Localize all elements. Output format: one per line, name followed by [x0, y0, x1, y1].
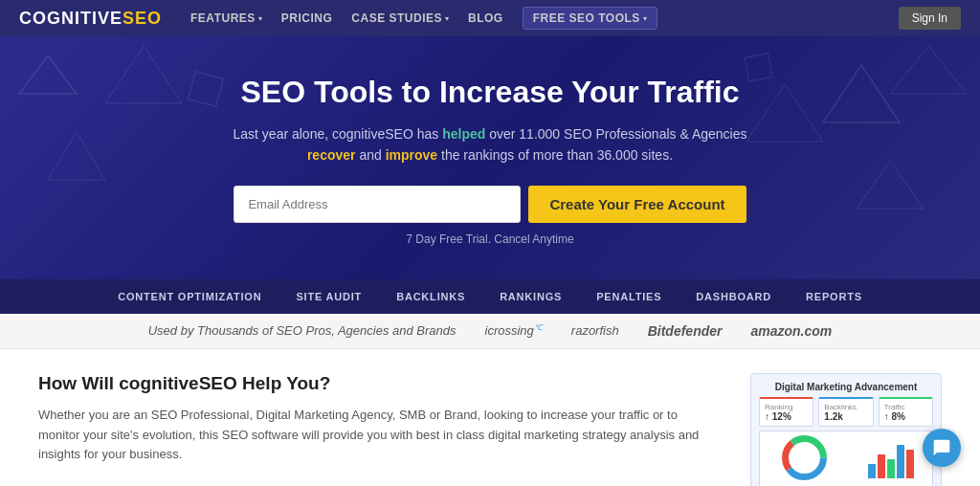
- dashboard-preview-title: Digital Marketing Advancement: [759, 382, 933, 392]
- used-by-text: Used by Thousands of SEO Pros, Agencies …: [148, 323, 457, 338]
- traffic-chart: Started using cognitiveSEO ↓ Traffic is …: [38, 479, 722, 486]
- feature-nav-penalties[interactable]: PENALTIES: [579, 279, 679, 314]
- dashboard-metric-1: Backlinks 1.2k: [818, 397, 873, 427]
- brand-bitdefender: Bitdefender: [648, 323, 723, 339]
- nav-free-tools-link[interactable]: FREE SEO TOOLS: [533, 11, 640, 25]
- hero-headline: SEO Tools to Increase Your Traffic: [19, 75, 961, 110]
- brand-amazon: amazon.com: [750, 323, 832, 339]
- nav-pricing-link[interactable]: PRICING: [281, 11, 333, 25]
- brand-logo[interactable]: COGNITIVESEO: [19, 9, 162, 29]
- nav-features[interactable]: FEATURES ▾: [190, 11, 262, 25]
- navbar-links: FEATURES ▾ PRICING CASE STUDIES ▾ BLOG F…: [190, 7, 899, 30]
- main-left: How Will cognitiveSEO Help You? Whether …: [38, 373, 722, 486]
- feature-nav: CONTENT OPTIMIZATION SITE AUDIT BACKLINK…: [0, 279, 980, 314]
- feature-nav-reports[interactable]: REPORTS: [789, 279, 880, 314]
- dashboard-bar-chart: [868, 440, 914, 478]
- signin-button[interactable]: Sign In: [899, 7, 961, 30]
- dashboard-preview: Digital Marketing Advancement Ranking ↑ …: [750, 373, 942, 486]
- brand-icrossing: icrossing℃: [485, 323, 543, 338]
- dashboard-metrics-row: Ranking ↑ 12% Backlinks 1.2k Traffic ↑ 8…: [759, 397, 933, 427]
- brand-seo: SEO: [122, 9, 162, 28]
- nav-case-studies-link[interactable]: CASE STUDIES: [351, 11, 442, 25]
- brand-cognitive: COGNITIVE: [19, 9, 122, 28]
- feature-nav-dashboard[interactable]: DASHBOARD: [679, 279, 789, 314]
- brands-bar: Used by Thousands of SEO Pros, Agencies …: [0, 314, 980, 349]
- chevron-down-icon: ▾: [258, 14, 262, 23]
- feature-nav-site-audit[interactable]: SITE AUDIT: [278, 279, 379, 314]
- hero-highlight-helped: helped: [442, 126, 485, 142]
- hero-form: Create Your Free Account: [19, 186, 961, 223]
- cta-button[interactable]: Create Your Free Account: [528, 186, 746, 223]
- nav-case-studies[interactable]: CASE STUDIES ▾: [351, 11, 449, 25]
- email-input[interactable]: [234, 186, 521, 223]
- hero-highlight-improve: improve: [386, 147, 437, 163]
- navbar: COGNITIVESEO FEATURES ▾ PRICING CASE STU…: [0, 0, 980, 36]
- main-body: Whether you are an SEO Professional, Dig…: [38, 406, 722, 465]
- nav-free-tools[interactable]: FREE SEO TOOLS ▾: [523, 7, 657, 30]
- trial-text: 7 Day Free Trial. Cancel Anytime: [19, 232, 961, 246]
- feature-nav-backlinks[interactable]: BACKLINKS: [379, 279, 482, 314]
- dashboard-chart: [759, 431, 933, 486]
- nav-features-link[interactable]: FEATURES: [190, 11, 256, 25]
- chat-icon: [932, 438, 951, 457]
- hero-subtitle: Last year alone, cognitiveSEO has helped…: [19, 123, 961, 166]
- dashboard-metric-2: Traffic ↑ 8%: [879, 397, 933, 427]
- hero-highlight-recover: recover: [307, 147, 356, 163]
- chevron-down-icon: ▾: [445, 14, 449, 23]
- main-content: How Will cognitiveSEO Help You? Whether …: [0, 349, 980, 486]
- brand-razorfish: razorfish: [571, 323, 619, 338]
- chat-button[interactable]: [923, 429, 961, 467]
- dashboard-circle-chart: [778, 431, 831, 486]
- nav-blog-link[interactable]: BLOG: [468, 11, 503, 25]
- feature-nav-rankings[interactable]: RANKINGS: [482, 279, 579, 314]
- dashboard-metric-0: Ranking ↑ 12%: [759, 397, 813, 427]
- feature-nav-content-optimization[interactable]: CONTENT OPTIMIZATION: [100, 279, 278, 314]
- chevron-down-icon: ▾: [643, 14, 647, 23]
- hero-section: SEO Tools to Increase Your Traffic Last …: [0, 36, 980, 279]
- main-right: Digital Marketing Advancement Ranking ↑ …: [750, 373, 942, 486]
- main-heading: How Will cognitiveSEO Help You?: [38, 373, 722, 394]
